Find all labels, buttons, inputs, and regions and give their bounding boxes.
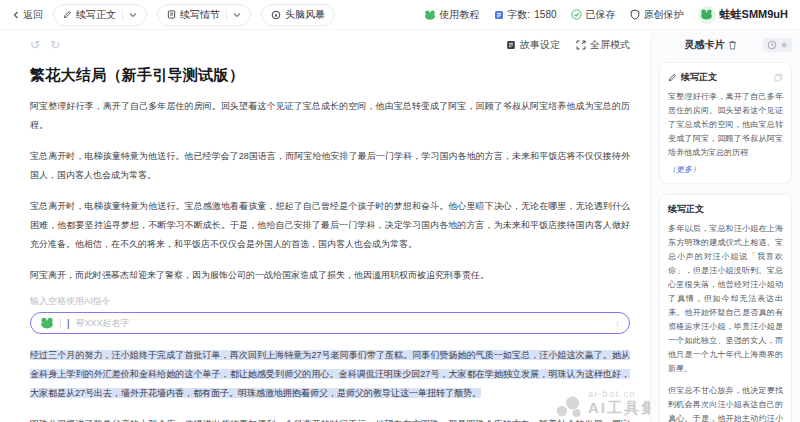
text-cursor: | xyxy=(67,318,70,329)
word-count-icon xyxy=(494,10,504,20)
word-count: 字数: 1580 xyxy=(494,8,557,22)
story-setting-label: 故事设定 xyxy=(520,38,560,52)
paragraph[interactable]: 阿宝整理好行李，离开了自己多年居住的房间。回头望着这个见证了宝总成长的空间，他由… xyxy=(30,97,630,135)
back-label: 返回 xyxy=(23,8,43,22)
brainstorm-button[interactable]: 头脑风暴 xyxy=(261,4,335,26)
user-account[interactable]: 蛙蛙SMM9uH xyxy=(698,6,788,24)
card-type-label: 续写正文 xyxy=(668,203,783,216)
username: 蛙蛙SMM9uH xyxy=(720,7,788,22)
original-protect-button[interactable]: 原创保护 xyxy=(630,8,684,22)
fullscreen-button[interactable]: 全屏模式 xyxy=(576,38,630,52)
continue-text-label: 续写正文 xyxy=(76,8,116,22)
card-text: 但宝总不甘心放弃，他决定要找到机会再次向汪小姐表达自己的真心。于是，他开始主动约… xyxy=(668,384,783,422)
chevron-down-icon[interactable] xyxy=(129,12,137,18)
save-status: 已保存 xyxy=(571,8,616,22)
word-count-label: 字数: xyxy=(508,8,531,22)
shield-icon xyxy=(630,9,640,20)
document-title[interactable]: 繁花大结局（新手引导测试版） xyxy=(30,66,630,85)
inspiration-card[interactable]: 续写正文 宝整理好行李，离开了自己多年居住的房间。回头望着这个见证了宝总成长的空… xyxy=(659,62,792,184)
sidebar-view-toggle[interactable]: ★ xyxy=(763,38,792,52)
send-arrow-icon[interactable]: ↑ xyxy=(615,318,620,329)
divider xyxy=(60,318,61,329)
story-setting-icon xyxy=(506,40,516,50)
frog-icon xyxy=(424,10,436,20)
paragraph[interactable]: 阿宝离开，而此时强慕杰却迎来了警察，因为服饰公司的一战给国家造成了损失，他因滥用… xyxy=(30,266,630,285)
card-text: 多年以后，宝总和汪小姐在上海东方明珠的建成仪式上相遇。宝总小声的对汪小姐说「我喜… xyxy=(668,222,783,376)
copy-icon[interactable] xyxy=(774,73,783,82)
sidebar-title: 灵感卡片 xyxy=(684,38,724,52)
trash-icon[interactable] xyxy=(728,40,737,50)
back-chevron-icon xyxy=(12,11,20,19)
paragraph[interactable]: 宝总离开时，电梯孩童特意为他送行。他已经学会了28国语言，而阿宝给他安排了最后一… xyxy=(30,147,630,185)
document-icon xyxy=(167,10,176,19)
highlighted-paragraph[interactable]: 经过三个月的努力，汪小姐终于完成了首批订单，再次回到上海特意为27号老同事们带了… xyxy=(30,346,630,403)
continue-plot-label: 续写情节 xyxy=(180,8,220,22)
editor-area[interactable]: ↺ ↻ 故事设定 全屏模式 xyxy=(0,30,650,422)
redo-icon[interactable]: ↻ xyxy=(50,38,60,52)
tutorial-button[interactable]: 使用教程 xyxy=(424,8,480,22)
star-icon[interactable]: ★ xyxy=(780,40,788,50)
inspiration-sidebar: 灵感卡片 ★ 续写正文 xyxy=(650,30,800,422)
topbar-right: 使用教程 字数: 1580 已保存 原创保护 xyxy=(424,6,788,24)
sidebar-header: 灵感卡片 ★ xyxy=(659,38,792,52)
card-type-label: 续写正文 xyxy=(681,71,770,84)
original-protect-label: 原创保护 xyxy=(644,8,684,22)
paragraph[interactable]: 宝总离开时，电梯孩童特意为他送行。宝总感激地看着孩童，想起了自己曾经是个孩子时的… xyxy=(30,197,630,254)
brainstorm-label: 头脑风暴 xyxy=(285,8,325,22)
word-count-value: 1580 xyxy=(534,9,556,20)
pen-icon xyxy=(668,73,677,82)
chevron-down-icon[interactable] xyxy=(233,12,241,18)
more-link[interactable]: （更多） xyxy=(668,164,783,175)
brainstorm-icon xyxy=(271,10,281,20)
ai-command-bar[interactable]: | ↑ xyxy=(30,312,630,334)
app-window: 返回 续写正文 续写情节 头脑风暴 xyxy=(0,0,800,422)
tutorial-label: 使用教程 xyxy=(440,8,480,22)
top-toolbar: 返回 续写正文 续写情节 头脑风暴 xyxy=(0,0,800,30)
clock-icon[interactable] xyxy=(767,40,777,50)
continue-plot-button[interactable]: 续写情节 xyxy=(157,4,251,26)
inspiration-card[interactable]: 续写正文 多年以后，宝总和汪小姐在上海东方明珠的建成仪式上相遇。宝总小声的对汪小… xyxy=(659,194,792,422)
text-selection: 经过三个月的努力，汪小姐终于完成了首批订单，再次回到上海特意为27号老同事们带了… xyxy=(30,350,630,398)
document[interactable]: 繁花大结局（新手引导测试版） 阿宝整理好行李，离开了自己多年居住的房间。回头望着… xyxy=(30,66,630,422)
save-status-label: 已保存 xyxy=(586,8,616,22)
ai-command-input[interactable] xyxy=(76,318,609,328)
frog-icon xyxy=(40,317,54,329)
fullscreen-label: 全屏模式 xyxy=(590,38,630,52)
continue-text-button[interactable]: 续写正文 xyxy=(53,4,147,26)
card-text: 宝整理好行李，离开了自己多年居住的房间。回头望着这个见证了宝总成长的空间，他由宝… xyxy=(668,90,783,160)
editor-toolbar: ↺ ↻ 故事设定 全屏模式 xyxy=(30,38,630,52)
check-circle-icon xyxy=(571,9,582,20)
ai-command-hint: 输入空格使用AI指令 xyxy=(30,295,630,308)
back-button[interactable]: 返回 xyxy=(12,8,43,22)
story-setting-button[interactable]: 故事设定 xyxy=(506,38,560,52)
undo-icon[interactable]: ↺ xyxy=(30,38,40,52)
divider xyxy=(226,10,227,20)
divider xyxy=(122,10,123,20)
paragraph[interactable]: 明珠公司搬进了魏总父亲的大型仓库，使得进出货物更加便利。金科离开的时间不远，她望… xyxy=(30,415,630,422)
fullscreen-icon xyxy=(576,40,586,50)
pen-icon xyxy=(63,10,72,19)
avatar xyxy=(698,6,716,24)
